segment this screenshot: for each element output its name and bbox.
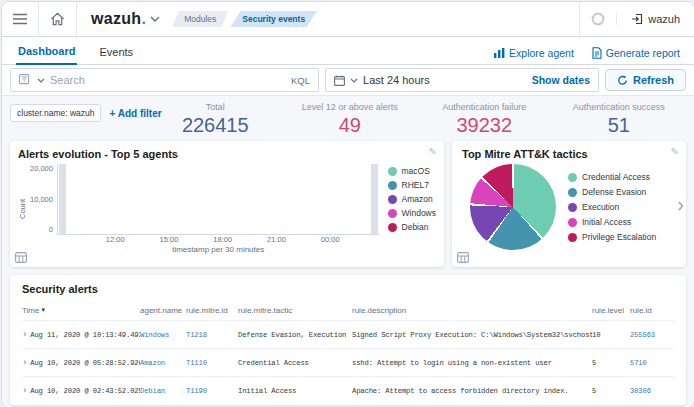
legend-item[interactable]: Debian bbox=[388, 222, 436, 232]
refresh-icon bbox=[617, 75, 628, 86]
mitre-tactics-panel: Top Mitre ATT&K tactics ✎ Credential Acc… bbox=[452, 141, 686, 267]
legend-item[interactable]: Defense Evasion bbox=[568, 187, 656, 197]
column-header-time[interactable]: Time▾ bbox=[22, 306, 140, 315]
legend-dot-icon bbox=[388, 167, 397, 176]
menu-button[interactable] bbox=[2, 2, 39, 36]
x-tick: 00:00 bbox=[321, 235, 340, 244]
stat-value: 226415 bbox=[148, 114, 283, 137]
chart-legend: macOSRHEL7AmazonWindowsDebian bbox=[380, 164, 436, 254]
cell-link[interactable]: T1190 bbox=[186, 387, 238, 395]
legend-item[interactable]: macOS bbox=[388, 166, 436, 176]
breadcrumb-modules[interactable]: Modules bbox=[172, 11, 228, 27]
search-input[interactable]: Search KQL bbox=[10, 68, 319, 92]
edit-pencil-icon[interactable]: ✎ bbox=[429, 146, 437, 157]
alerts-evolution-chart[interactable]: Count 20,000 10,000 0 12:0015:0018:0021:… bbox=[18, 164, 436, 254]
stat-label: Total bbox=[148, 102, 283, 112]
column-header-rule-mitre-tactic[interactable]: rule.mitre.tactic bbox=[238, 306, 352, 315]
column-header-rule-mitre-id[interactable]: rule.mitre.id bbox=[186, 306, 238, 315]
cell-value: 5 bbox=[592, 387, 630, 395]
refresh-label: Refresh bbox=[633, 74, 674, 86]
legend-item[interactable]: RHEL7 bbox=[388, 180, 436, 190]
document-icon bbox=[592, 47, 602, 59]
cell-link[interactable]: Amazon bbox=[140, 359, 186, 367]
top-navigation-bar: wazuh. Modules Security events wazuh bbox=[2, 2, 694, 37]
legend-label: Initial Access bbox=[582, 217, 631, 227]
query-language-switcher[interactable]: KQL bbox=[291, 75, 310, 86]
cell-value: Defense Evasion, Execution bbox=[238, 331, 352, 339]
column-header-rule-id[interactable]: rule.id bbox=[630, 306, 674, 315]
legend-dot-icon bbox=[568, 233, 577, 242]
show-dates-button[interactable]: Show dates bbox=[532, 74, 590, 86]
stat-value: 49 bbox=[283, 114, 418, 137]
date-picker[interactable]: Last 24 hours Show dates bbox=[325, 68, 599, 92]
home-button[interactable] bbox=[39, 2, 77, 36]
cell-value: ›Aug 11, 2020 @ 10:13:49.493 bbox=[22, 330, 140, 340]
generate-report-button[interactable]: Generate report bbox=[592, 47, 680, 59]
module-tabs-bar: Dashboard Events Explore agent Generate … bbox=[2, 37, 694, 65]
y-axis-title: Count bbox=[18, 199, 27, 219]
legend-item[interactable]: Windows bbox=[388, 208, 436, 218]
stacked-bars[interactable] bbox=[57, 164, 380, 235]
cell-link[interactable]: Windows bbox=[140, 331, 186, 339]
y-tick: 20,000 bbox=[30, 164, 53, 173]
legend-item[interactable]: Initial Access bbox=[568, 217, 656, 227]
filter-pill-cluster-name[interactable]: cluster.name: wazuh bbox=[10, 104, 101, 122]
user-menu[interactable]: wazuh bbox=[616, 13, 694, 25]
cell-value: Credential Access bbox=[238, 359, 352, 367]
legend-label: Windows bbox=[402, 208, 436, 218]
y-axis-ticks: 20,000 10,000 0 bbox=[27, 164, 57, 234]
bar-chart-icon bbox=[494, 48, 505, 58]
mitre-tactics-pie-chart[interactable] bbox=[470, 164, 556, 250]
cell-link[interactable]: 30306 bbox=[630, 387, 674, 395]
y-tick: 10,000 bbox=[30, 195, 53, 204]
column-header-rule-level[interactable]: rule.level bbox=[592, 306, 630, 315]
security-alerts-table: Time▾agent.namerule.mitre.idrule.mitre.t… bbox=[22, 300, 674, 404]
chevron-down-icon bbox=[150, 16, 160, 22]
status-indicator-button[interactable] bbox=[579, 2, 616, 36]
cell-link[interactable]: T1218 bbox=[186, 331, 238, 339]
legend-label: Credential Access bbox=[582, 172, 650, 182]
legend-item[interactable]: Privilege Escalation bbox=[568, 232, 656, 242]
app-switcher-chevron[interactable] bbox=[150, 16, 160, 22]
chevron-down-icon bbox=[350, 78, 358, 83]
logo-dot: . bbox=[141, 10, 146, 27]
tab-events[interactable]: Events bbox=[97, 41, 135, 64]
breadcrumb-security-events[interactable]: Security events bbox=[230, 11, 317, 27]
cell-link[interactable]: Debian bbox=[140, 387, 186, 395]
user-name: wazuh bbox=[648, 13, 680, 25]
inspect-table-icon[interactable] bbox=[457, 252, 469, 263]
explore-agent-button[interactable]: Explore agent bbox=[494, 47, 574, 59]
edit-pencil-icon[interactable]: ✎ bbox=[671, 146, 679, 157]
cell-value: Initial Access bbox=[238, 387, 352, 395]
table-row: ›Aug 10, 2020 @ 05:28:52.926AmazonT1110C… bbox=[22, 348, 674, 376]
cell-link[interactable]: 255563 bbox=[630, 331, 674, 339]
cell-value: 10 bbox=[592, 331, 630, 339]
cell-link[interactable]: T1110 bbox=[186, 359, 238, 367]
expand-row-icon[interactable]: › bbox=[22, 386, 27, 396]
expand-row-icon[interactable]: › bbox=[22, 330, 27, 340]
chevron-down-icon bbox=[37, 78, 45, 83]
legend-label: RHEL7 bbox=[402, 180, 429, 190]
tab-dashboard[interactable]: Dashboard bbox=[16, 40, 77, 65]
search-placeholder: Search bbox=[50, 74, 286, 86]
expand-row-icon[interactable]: › bbox=[22, 358, 27, 368]
security-alerts-panel: Security alerts Time▾agent.namerule.mitr… bbox=[10, 275, 686, 405]
inspect-table-icon[interactable] bbox=[15, 252, 27, 263]
logout-icon bbox=[631, 13, 643, 25]
legend-item[interactable]: Amazon bbox=[388, 194, 436, 204]
column-header-agent-name[interactable]: agent.name bbox=[140, 306, 186, 315]
stat-value: 39232 bbox=[417, 114, 552, 137]
column-header-rule-description[interactable]: rule.description bbox=[352, 306, 592, 315]
table-row: ›Aug 10, 2020 @ 02:43:52.025DebianT1190I… bbox=[22, 376, 674, 404]
dashboard-body: cluster.name: wazuh + Add filter Total 2… bbox=[2, 96, 694, 407]
refresh-button[interactable]: Refresh bbox=[605, 69, 686, 91]
legend-item[interactable]: Credential Access bbox=[568, 172, 656, 182]
cell-link[interactable]: 5710 bbox=[630, 359, 674, 367]
legend-dot-icon bbox=[388, 209, 397, 218]
wazuh-logo[interactable]: wazuh. bbox=[91, 10, 146, 28]
legend-item[interactable]: Execution bbox=[568, 202, 656, 212]
alerts-evolution-panel: Alerts evolution - Top 5 agents ✎ Count … bbox=[10, 141, 444, 267]
legend-dot-icon bbox=[388, 181, 397, 190]
stat-label: Level 12 or above alerts bbox=[283, 102, 418, 112]
chevron-right-icon[interactable]: › bbox=[677, 194, 684, 214]
